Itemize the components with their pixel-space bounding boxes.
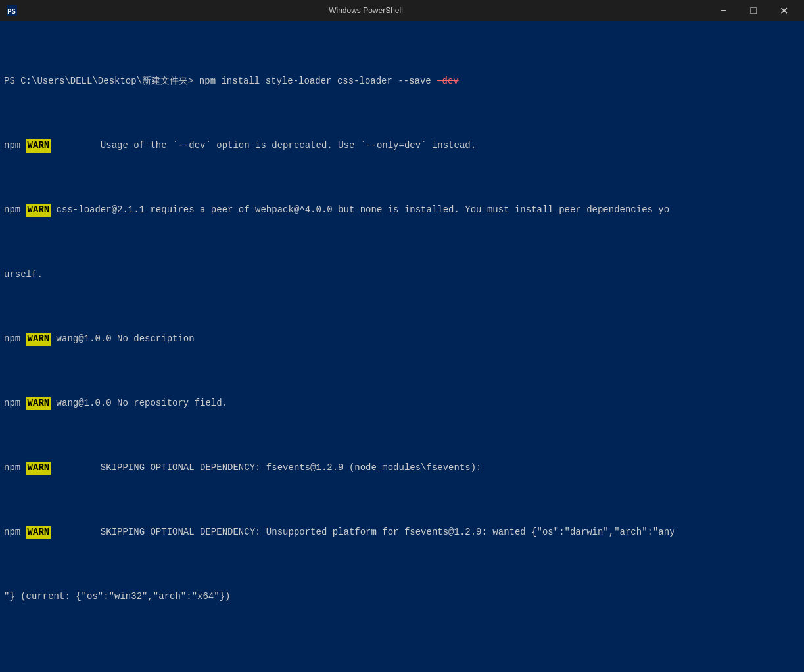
npm-label-3: npm — [4, 333, 26, 346]
terminal-line-4: urself. — [4, 268, 800, 281]
terminal-line-7: npm WARN SKIPPING OPTIONAL DEPENDENCY: f… — [4, 462, 800, 475]
warn-badge-3: WARN — [26, 333, 51, 346]
warn-badge-4: WARN — [26, 397, 51, 410]
title-bar: PS Windows PowerShell − □ ✕ — [0, 0, 804, 21]
window-controls: − □ ✕ — [708, 0, 799, 21]
warn-badge-6: WARN — [26, 526, 51, 539]
plain-text-2: "} (current: {"os":"win32","arch":"x64"}… — [4, 590, 230, 604]
maximize-button[interactable]: □ — [738, 0, 769, 21]
npm-label-4: npm — [4, 397, 26, 410]
npm-label: npm — [4, 139, 26, 153]
flag-strikethrough: -dev — [437, 75, 459, 88]
plain-text-1: urself. — [4, 268, 43, 281]
svg-text:PS: PS — [7, 7, 16, 16]
terminal-line-1: PS C:\Users\DELL\Desktop\新建文件夹> npm inst… — [4, 75, 800, 88]
terminal-line-8: npm WARN SKIPPING OPTIONAL DEPENDENCY: U… — [4, 526, 800, 539]
minimize-button[interactable]: − — [708, 0, 738, 21]
npm-label-5: npm — [4, 462, 26, 475]
warn-badge-2: WARN — [26, 204, 51, 217]
terminal-line-3: npm WARN css-loader@2.1.1 requires a pee… — [4, 204, 800, 217]
terminal-line-10 — [4, 655, 800, 668]
warn-text-5: SKIPPING OPTIONAL DEPENDENCY: fsevents@1… — [51, 462, 481, 475]
window-title: Windows PowerShell — [24, 6, 708, 15]
warn-text-1: Usage of the `--dev` option is deprecate… — [51, 139, 476, 153]
npm-label-6: npm — [4, 526, 26, 539]
close-button[interactable]: ✕ — [769, 0, 799, 21]
powershell-icon: PS — [5, 4, 18, 17]
terminal-line-6: npm WARN wang@1.0.0 No repository field. — [4, 397, 800, 410]
warn-text-2: css-loader@2.1.1 requires a peer of webp… — [51, 204, 669, 217]
command-text: npm install style-loader css-loader --sa… — [199, 75, 437, 88]
terminal-body[interactable]: PS C:\Users\DELL\Desktop\新建文件夹> npm inst… — [0, 21, 804, 672]
warn-badge-5: WARN — [26, 462, 51, 475]
warn-text-6: SKIPPING OPTIONAL DEPENDENCY: Unsupporte… — [51, 526, 674, 539]
warn-badge-1: WARN — [26, 139, 51, 153]
prompt: PS C:\Users\DELL\Desktop\新建文件夹> — [4, 75, 199, 88]
warn-text-4: wang@1.0.0 No repository field. — [51, 397, 227, 410]
terminal-line-5: npm WARN wang@1.0.0 No description — [4, 333, 800, 346]
warn-text-3: wang@1.0.0 No description — [51, 333, 194, 346]
terminal-line-2: npm WARN Usage of the `--dev` option is … — [4, 139, 800, 153]
terminal-line-9: "} (current: {"os":"win32","arch":"x64"}… — [4, 590, 800, 604]
npm-label-2: npm — [4, 204, 26, 217]
